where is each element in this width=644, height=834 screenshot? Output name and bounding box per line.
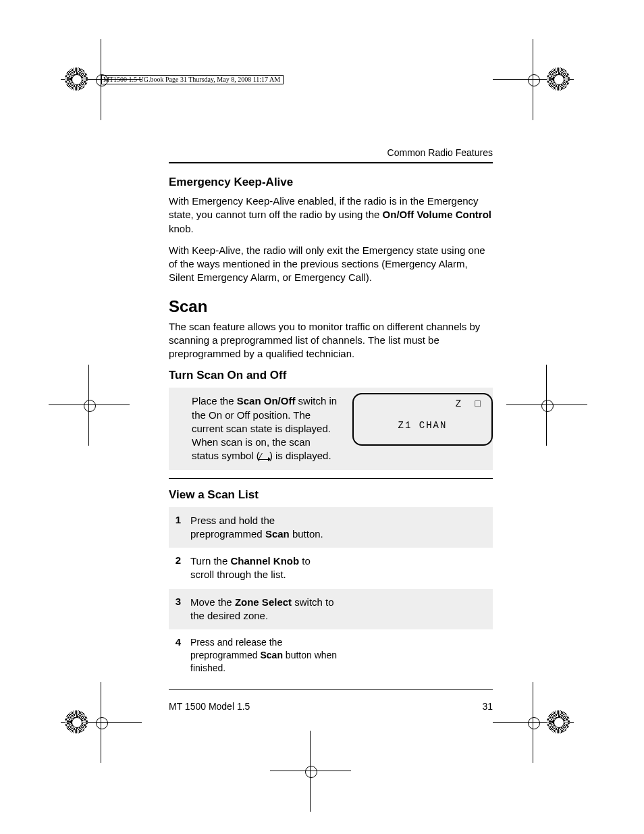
crop-mark-icon [270, 731, 351, 812]
display-status-icons: Z □ [456, 398, 485, 409]
divider [169, 162, 493, 163]
heading-emergency-keep-alive: Emergency Keep-Alive [169, 176, 493, 189]
list-item: 3 Move the Zone Select switch to the des… [169, 589, 493, 630]
crop-mark-icon [49, 365, 130, 446]
turn-scan-text: Place the Scan On/Off switch in the On o… [169, 388, 346, 469]
running-head: Common Radio Features [169, 147, 493, 158]
heading-scan: Scan [169, 297, 493, 316]
divider [169, 689, 493, 690]
crop-mark-icon [493, 39, 574, 120]
crop-mark-icon [61, 682, 142, 763]
scan-symbol-icon [260, 453, 269, 460]
turn-scan-block: Place the Scan On/Off switch in the On o… [169, 388, 493, 469]
list-item: 2 Turn the Channel Knob to scroll throug… [169, 548, 493, 589]
display-channel-text: Z1 CHAN [354, 420, 491, 431]
paragraph: The scan feature allows you to monitor t… [169, 320, 493, 361]
crop-mark-icon [493, 682, 574, 763]
print-meta: MT1500 1.5 UG.book Page 31 Thursday, May… [101, 75, 284, 84]
page-number: 31 [482, 701, 493, 712]
heading-view-scan-list: View a Scan List [169, 488, 493, 502]
divider [169, 478, 493, 479]
crop-mark-icon [506, 365, 587, 446]
list-item: 1 Press and hold the preprogrammed Scan … [169, 507, 493, 548]
paragraph: With Keep-Alive, the radio will only exi… [169, 244, 493, 285]
list-item: 4 Press and release the preprogrammed Sc… [169, 629, 493, 681]
footer-model: MT 1500 Model 1.5 [169, 701, 250, 712]
heading-turn-scan: Turn Scan On and Off [169, 369, 493, 382]
page-content: Common Radio Features Emergency Keep-Ali… [169, 147, 493, 700]
paragraph: With Emergency Keep-Alive enabled, if th… [169, 194, 493, 236]
radio-display-icon: Z □ Z1 CHAN [352, 393, 493, 446]
page-footer: MT 1500 Model 1.5 31 [169, 701, 493, 712]
